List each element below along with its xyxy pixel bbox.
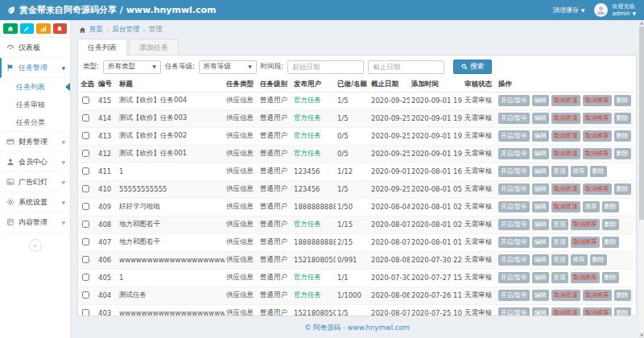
rec-button[interactable]: 推荐 [583, 201, 600, 212]
brand[interactable]: 赏金帮来自阿奇源码分享 / www.hnymwl.com [6, 4, 217, 16]
delete-button[interactable]: 删除 [614, 113, 631, 124]
sidebar-item-system-settings[interactable]: 系统设置 ▼ [0, 192, 70, 212]
unrec-button[interactable]: 取消推荐 [583, 95, 612, 106]
delete-button[interactable]: 删除 [614, 148, 631, 159]
toggle-button[interactable]: 开启/暂停 [498, 219, 530, 230]
untop-button[interactable]: 取消置顶 [551, 95, 580, 106]
edit-pencil-button[interactable] [20, 23, 35, 34]
row-checkbox[interactable] [82, 132, 89, 139]
toggle-button[interactable]: 开启/暂停 [498, 166, 530, 177]
search-button[interactable]: 搜索 [453, 60, 492, 74]
row-checkbox[interactable] [82, 309, 89, 316]
row-checkbox[interactable] [82, 274, 89, 281]
row-checkbox[interactable] [82, 221, 89, 228]
toggle-button[interactable]: 开启/暂停 [498, 95, 530, 106]
row-checkbox[interactable] [82, 150, 89, 157]
sidebar-subitem-task-audit[interactable]: 任务审核 [0, 96, 70, 113]
breadcrumb-admin[interactable]: 后台管理 [112, 25, 139, 35]
row-checkbox[interactable] [82, 203, 89, 210]
unrec-button[interactable]: 取消推荐 [583, 183, 612, 195]
sidebar-item-dashboard[interactable]: 仪表板 [0, 38, 70, 58]
delete-button[interactable]: 删除 [590, 166, 607, 177]
toggle-button[interactable]: 开启/暂停 [498, 307, 530, 315]
edit-button[interactable]: 编辑 [532, 272, 549, 283]
bell-button[interactable] [53, 23, 68, 34]
sidebar-item-task-management[interactable]: 任务管理 ▼ [0, 58, 70, 78]
toggle-button[interactable]: 开启/暂停 [498, 290, 530, 301]
toggle-button[interactable]: 开启/暂停 [498, 130, 530, 142]
row-checkbox[interactable] [82, 114, 89, 122]
edit-button[interactable]: 编辑 [532, 148, 549, 159]
edit-button[interactable]: 编辑 [532, 307, 549, 315]
unrec-button[interactable]: 取消推荐 [583, 290, 612, 301]
unrec-button[interactable]: 取消推荐 [583, 113, 612, 124]
unrec-button[interactable]: 取消推荐 [571, 219, 600, 230]
clear-cache-menu[interactable]: 清理缓存 ▼ [553, 6, 585, 14]
untop-button[interactable]: 取消置顶 [551, 130, 580, 142]
sidebar-item-content[interactable]: 内容管理 ▼ [0, 212, 70, 233]
scroll-down-icon[interactable]: ▼ [639, 332, 644, 338]
edit-button[interactable]: 编辑 [532, 254, 549, 266]
tab-add-task[interactable]: 添加任务 [129, 39, 179, 56]
type-select[interactable]: 所有类型▼ [103, 60, 161, 74]
unrec-button[interactable]: 取消推荐 [571, 272, 600, 283]
end-date-input[interactable] [368, 60, 444, 74]
edit-button[interactable]: 编辑 [532, 95, 549, 106]
delete-button[interactable]: 删除 [602, 219, 619, 230]
unrec-button[interactable]: 取消推荐 [571, 237, 600, 248]
chart-button[interactable] [36, 23, 51, 34]
rec-button[interactable]: 推荐 [571, 254, 588, 266]
sidebar-item-members[interactable]: 会员中心 ▼ [0, 152, 70, 172]
home-button[interactable] [3, 23, 18, 34]
toggle-button[interactable]: 开启/暂停 [498, 237, 530, 248]
top-button[interactable]: 置顶 [551, 219, 568, 230]
toggle-button[interactable]: 开启/暂停 [498, 272, 530, 283]
edit-button[interactable]: 编辑 [532, 183, 549, 195]
toggle-button[interactable]: 开启/暂停 [498, 201, 530, 212]
delete-button[interactable]: 删除 [614, 307, 631, 315]
scroll-up-icon[interactable]: ▲ [639, 20, 644, 26]
edit-button[interactable]: 编辑 [532, 166, 549, 177]
delete-button[interactable]: 删除 [602, 201, 619, 212]
edit-button[interactable]: 编辑 [532, 219, 549, 230]
sidebar-item-ad-slides[interactable]: 广告幻灯 ▼ [0, 172, 70, 192]
edit-button[interactable]: 编辑 [532, 113, 549, 124]
sidebar-subitem-task-category[interactable]: 任务分类 [0, 113, 70, 131]
untop-button[interactable]: 取消置顶 [551, 148, 580, 159]
top-button[interactable]: 置顶 [551, 166, 568, 177]
delete-button[interactable]: 删除 [602, 237, 619, 248]
edit-button[interactable]: 编辑 [532, 237, 549, 248]
rec-button[interactable]: 推荐 [571, 166, 588, 177]
row-checkbox[interactable] [82, 167, 89, 175]
top-button[interactable]: 置顶 [551, 254, 568, 266]
vertical-scrollbar[interactable]: ▲ ▼ [639, 20, 644, 338]
unrec-button[interactable]: 取消推荐 [583, 130, 612, 142]
user-menu[interactable]: 欢迎光临 admin ▼ [594, 3, 636, 18]
top-button[interactable]: 置顶 [551, 237, 568, 248]
delete-button[interactable]: 删除 [614, 290, 631, 301]
row-checkbox[interactable] [82, 291, 89, 299]
sidebar-item-finance[interactable]: 财务管理 ▼ [0, 132, 70, 152]
delete-button[interactable]: 删除 [614, 183, 631, 195]
row-checkbox[interactable] [82, 97, 89, 104]
toggle-button[interactable]: 开启/暂停 [498, 254, 530, 266]
edit-button[interactable]: 编辑 [532, 201, 549, 212]
delete-button[interactable]: 删除 [614, 130, 631, 142]
row-checkbox[interactable] [82, 185, 89, 192]
row-checkbox[interactable] [82, 238, 89, 245]
row-checkbox[interactable] [82, 256, 89, 263]
unrec-button[interactable]: 取消推荐 [583, 307, 612, 315]
unrec-button[interactable]: 取消推荐 [583, 148, 612, 159]
tab-task-list[interactable]: 任务列表 [77, 39, 127, 56]
toggle-button[interactable]: 开启/暂停 [498, 183, 530, 195]
level-select[interactable]: 所有等级▼ [199, 60, 257, 74]
edit-button[interactable]: 编辑 [532, 130, 549, 142]
untop-button[interactable]: 取消置顶 [551, 113, 580, 124]
untop-button[interactable]: 取消置顶 [551, 307, 580, 315]
untop-button[interactable]: 取消置顶 [551, 201, 580, 212]
sidebar-collapse-button[interactable]: ‹ [29, 239, 42, 252]
toggle-button[interactable]: 开启/暂停 [498, 113, 530, 124]
footer-link[interactable]: © 阿奇源码 - www.hnymwl.com [77, 316, 637, 333]
delete-button[interactable]: 删除 [602, 272, 619, 283]
start-date-input[interactable] [287, 60, 364, 74]
